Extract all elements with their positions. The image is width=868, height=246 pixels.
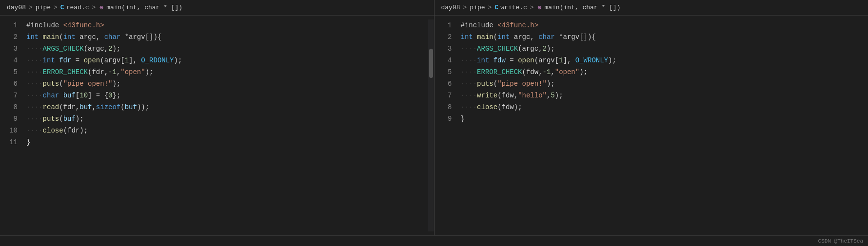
left-breadcrumb: day08 > pipe > C read.c > ⊕ main(int, ch… bbox=[0, 0, 434, 16]
right-code-lines: #include <43func.h> int main(int argc, c… bbox=[457, 19, 868, 231]
code-line: ····ARGS_CHECK(argc,2); bbox=[26, 43, 424, 55]
code-line: int main(int argc, char *argv[]){ bbox=[26, 31, 424, 43]
left-bc-sep2: > bbox=[54, 4, 58, 11]
code-line: ····close(fdw); bbox=[461, 101, 865, 113]
footer-text: CSDN @TheITSea bbox=[818, 238, 863, 244]
code-line: ····char buf[10] = {0}; bbox=[26, 90, 424, 101]
right-bc-sep2: > bbox=[488, 4, 492, 11]
code-line: ····write(fdw,"hello",5); bbox=[461, 90, 865, 101]
right-line-numbers: 1 2 3 4 5 6 7 8 9 bbox=[434, 19, 457, 231]
right-bc-path: day08 bbox=[441, 4, 460, 11]
right-editor-panel: day08 > pipe > C write.c > ⊕ main(int, c… bbox=[434, 0, 868, 235]
left-scrollbar[interactable] bbox=[428, 19, 434, 231]
left-bc-sep1: > bbox=[29, 4, 33, 11]
code-line: ····ARGS_CHECK(argc,2); bbox=[461, 43, 865, 55]
left-line-numbers: 1 2 3 4 5 6 7 8 9 10 11 bbox=[0, 19, 22, 231]
left-bc-func-icon: ⊕ bbox=[99, 4, 103, 12]
left-scrollbar-thumb[interactable] bbox=[429, 49, 433, 78]
code-line: } bbox=[26, 136, 424, 148]
code-line: int main(int argc, char *argv[]){ bbox=[461, 31, 865, 43]
code-line: ····read(fdr,buf,sizeof(buf)); bbox=[26, 101, 424, 113]
right-code-area: 1 2 3 4 5 6 7 8 9 #include <43func.h> in… bbox=[434, 16, 868, 235]
code-line: } bbox=[461, 113, 865, 125]
left-bc-sep3: > bbox=[92, 4, 96, 11]
left-editor-panel: day08 > pipe > C read.c > ⊕ main(int, ch… bbox=[0, 0, 434, 235]
code-line: #include <43func.h> bbox=[26, 19, 424, 31]
right-bc-file: write.c bbox=[500, 4, 527, 11]
left-code-area: 1 2 3 4 5 6 7 8 9 10 11 #include <43func… bbox=[0, 16, 434, 235]
right-bc-sep1: > bbox=[463, 4, 467, 11]
right-bc-c: C bbox=[494, 4, 498, 11]
footer: CSDN @TheITSea bbox=[0, 235, 868, 246]
code-line: ····close(fdr); bbox=[26, 125, 424, 136]
code-line: ····puts("pipe open!"); bbox=[461, 78, 865, 90]
code-line: ····puts("pipe open!"); bbox=[26, 78, 424, 90]
right-breadcrumb: day08 > pipe > C write.c > ⊕ main(int, c… bbox=[434, 0, 868, 16]
left-bc-dir: pipe bbox=[36, 4, 51, 11]
left-bc-func: main(int, char * []) bbox=[106, 4, 182, 11]
left-bc-file: read.c bbox=[66, 4, 89, 11]
code-line: ····ERROR_CHECK(fdw,-1,"open"); bbox=[461, 66, 865, 78]
editors-container: day08 > pipe > C read.c > ⊕ main(int, ch… bbox=[0, 0, 868, 235]
code-line: ····puts(buf); bbox=[26, 113, 424, 125]
left-code-lines: #include <43func.h> int main(int argc, c… bbox=[22, 19, 428, 231]
code-line: ····int fdr = open(argv[1], O_RDONLY); bbox=[26, 55, 424, 66]
code-line: #include <43func.h> bbox=[461, 19, 865, 31]
right-bc-dir: pipe bbox=[470, 4, 485, 11]
code-line: ····ERROR_CHECK(fdr,-1,"open"); bbox=[26, 66, 424, 78]
left-bc-c: C bbox=[60, 4, 64, 11]
left-bc-path: day08 bbox=[7, 4, 26, 11]
code-line: ····int fdw = open(argv[1], O_WRONLY); bbox=[461, 55, 865, 66]
right-bc-sep3: > bbox=[530, 4, 534, 11]
right-bc-func-icon: ⊕ bbox=[538, 4, 542, 12]
right-bc-func: main(int, char * []) bbox=[544, 4, 620, 11]
